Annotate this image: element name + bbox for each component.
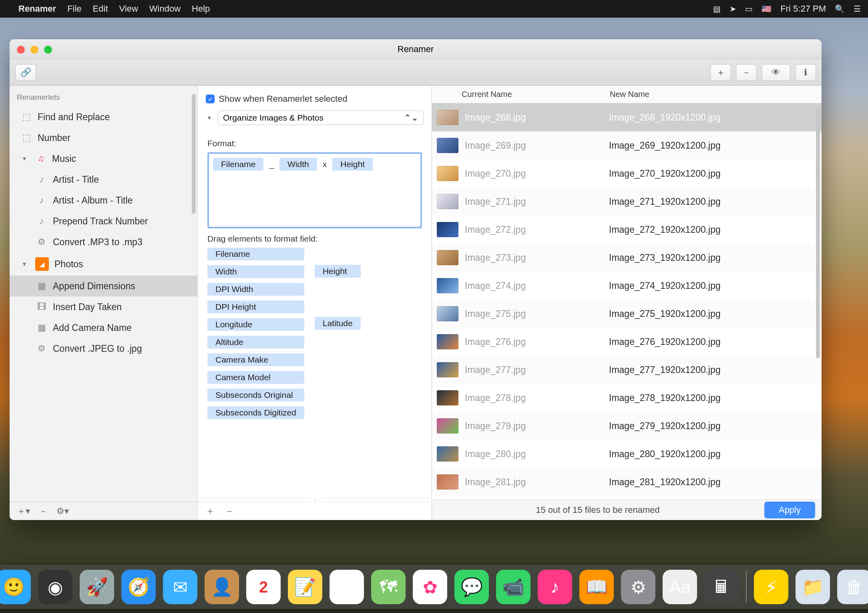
- sidebar-item-artist-title[interactable]: ♪Artist - Title: [10, 169, 197, 190]
- format-token[interactable]: Height: [332, 158, 373, 171]
- dock-trash-icon[interactable]: 🗑: [837, 570, 868, 604]
- file-row[interactable]: Image_280.jpgImage_280_1920x1200.jpg: [432, 440, 822, 468]
- status-flag-icon[interactable]: 🇺🇸: [762, 4, 772, 14]
- spotlight-icon[interactable]: 🔍: [835, 4, 845, 14]
- sidebar-item-append-dimensions[interactable]: ▦Append Dimensions: [10, 276, 197, 296]
- col-current[interactable]: Current Name: [432, 90, 604, 99]
- dock-notes-icon[interactable]: 📝: [288, 570, 322, 604]
- palette-token[interactable]: Subseconds Digitized: [207, 406, 304, 419]
- preset-select[interactable]: Organize Images & Photos ⌃⌄: [218, 111, 424, 125]
- dock-launchpad-icon[interactable]: 🚀: [80, 570, 114, 604]
- window-close-button[interactable]: [17, 46, 25, 54]
- dock-maps-icon[interactable]: 🗺: [371, 570, 406, 604]
- toolbar-link-button[interactable]: 🔗: [15, 64, 36, 81]
- sidebar-item-music[interactable]: ▼♫Music: [10, 148, 197, 169]
- status-displays-icon[interactable]: ▭: [745, 4, 753, 14]
- sidebar-item-insert-day-taken[interactable]: 🎞Insert Day Taken: [10, 296, 197, 317]
- files-scrollbar[interactable]: [816, 110, 820, 358]
- dock-automator-icon[interactable]: ⚡︎: [754, 570, 788, 604]
- format-field[interactable]: Filename _ Width x Height: [207, 152, 422, 228]
- dock-renamer-icon[interactable]: Aa: [663, 570, 697, 604]
- disclosure-icon[interactable]: ▼: [21, 155, 28, 162]
- dock-facetime-icon[interactable]: 📹: [496, 570, 530, 604]
- menu-help[interactable]: Help: [192, 4, 210, 14]
- window-minimize-button[interactable]: [30, 46, 38, 54]
- apply-button[interactable]: Apply: [764, 502, 815, 518]
- sidebar-remove-button[interactable]: －: [39, 505, 48, 517]
- palette-token[interactable]: Filename: [207, 248, 304, 260]
- dock-itunes-icon[interactable]: ♪: [538, 570, 572, 604]
- menubar-clock[interactable]: Fri 5:27 PM: [780, 4, 826, 14]
- dock-preferences-icon[interactable]: ⚙︎: [621, 570, 655, 604]
- palette-token[interactable]: Longitude: [207, 318, 304, 331]
- dock-safari-icon[interactable]: 🧭: [121, 570, 156, 604]
- menu-file[interactable]: File: [67, 4, 81, 14]
- format-token[interactable]: Width: [279, 158, 317, 171]
- menulist-icon[interactable]: ☰: [854, 4, 861, 14]
- dock-mail-icon[interactable]: ✉︎: [163, 570, 197, 604]
- col-new[interactable]: New Name: [604, 90, 822, 99]
- dock-siri-icon[interactable]: ◉: [38, 570, 72, 604]
- disclosure-icon[interactable]: ▼: [21, 261, 28, 267]
- status-share-icon[interactable]: ➤: [729, 4, 736, 14]
- dock-calculator-icon[interactable]: 🖩: [704, 570, 739, 604]
- menubar-app[interactable]: Renamer: [18, 4, 56, 14]
- sidebar-item-photos[interactable]: ▼Photos: [10, 252, 197, 276]
- file-row[interactable]: Image_274.jpgImage_274_1920x1200.jpg: [432, 272, 822, 300]
- sidebar-item-find-and-replace[interactable]: ⬚Find and Replace: [10, 107, 197, 127]
- dock-ibooks-icon[interactable]: 📖: [579, 570, 614, 604]
- file-row[interactable]: Image_268.jpgImage_268_1920x1200.jpg: [432, 103, 822, 131]
- sidebar-item-prepend-track-number[interactable]: ♪Prepend Track Number: [10, 211, 197, 232]
- palette-token[interactable]: DPI Height: [207, 300, 304, 313]
- dock-photos-icon[interactable]: ✿: [413, 570, 447, 604]
- file-row[interactable]: Image_271.jpgImage_271_1920x1200.jpg: [432, 188, 822, 216]
- file-row[interactable]: Image_279.jpgImage_279_1920x1200.jpg: [432, 412, 822, 440]
- dock-messages-icon[interactable]: 💬: [454, 570, 489, 604]
- palette-token[interactable]: Subseconds Original: [207, 389, 304, 401]
- palette-token[interactable]: Height: [315, 265, 361, 278]
- palette-token[interactable]: Width: [207, 265, 304, 278]
- window-zoom-button[interactable]: [44, 46, 52, 54]
- dock-folder-icon[interactable]: 📁: [796, 570, 830, 604]
- editor-remove-button[interactable]: －: [224, 504, 235, 518]
- file-row[interactable]: Image_270.jpgImage_270_1920x1200.jpg: [432, 159, 822, 188]
- palette-token[interactable]: Camera Model: [207, 371, 304, 384]
- sidebar-item-artist-album-title[interactable]: ♪Artist - Album - Title: [10, 190, 197, 211]
- sidebar-scrollbar[interactable]: [192, 94, 196, 214]
- sidebar-add-button[interactable]: ＋▾: [17, 505, 30, 517]
- dock-contacts-icon[interactable]: 👤: [205, 570, 239, 604]
- palette-token[interactable]: DPI Width: [207, 283, 304, 296]
- dock-finder-icon[interactable]: 🙂: [0, 570, 31, 604]
- sidebar-item-convert-jpeg-to-jpg[interactable]: ⚙︎Convert .JPEG to .jpg: [10, 338, 197, 359]
- show-checkbox[interactable]: ✓: [206, 95, 215, 103]
- titlebar[interactable]: Renamer: [10, 39, 822, 59]
- mid-divider[interactable]: ⌄: [198, 494, 432, 502]
- palette-token[interactable]: Latitude: [315, 317, 361, 330]
- palette-token[interactable]: Camera Make: [207, 353, 304, 366]
- palette-token[interactable]: Altitude: [207, 336, 304, 349]
- sidebar-gear-button[interactable]: ⚙︎▾: [56, 506, 69, 516]
- dock-calendar-icon[interactable]: 2: [246, 570, 281, 604]
- sidebar-item-add-camera-name[interactable]: ▦Add Camera Name: [10, 317, 197, 338]
- file-row[interactable]: Image_272.jpgImage_272_1920x1200.jpg: [432, 216, 822, 244]
- toolbar-preview-button[interactable]: 👁: [762, 64, 790, 81]
- editor-add-button[interactable]: ＋: [205, 504, 215, 518]
- sidebar-item-convert-mp3-to-mp3[interactable]: ⚙︎Convert .MP3 to .mp3: [10, 232, 197, 252]
- file-row[interactable]: Image_273.jpgImage_273_1920x1200.jpg: [432, 244, 822, 272]
- sidebar-item-number[interactable]: ⬚Number: [10, 127, 197, 148]
- file-row[interactable]: Image_275.jpgImage_275_1920x1200.jpg: [432, 300, 822, 328]
- file-row[interactable]: Image_269.jpgImage_269_1920x1200.jpg: [432, 131, 822, 159]
- menu-edit[interactable]: Edit: [93, 4, 108, 14]
- format-token[interactable]: Filename: [213, 158, 263, 171]
- toolbar-add-button[interactable]: ＋: [710, 64, 731, 81]
- file-row[interactable]: Image_277.jpgImage_277_1920x1200.jpg: [432, 356, 822, 384]
- menu-view[interactable]: View: [119, 4, 138, 14]
- status-inbox-icon[interactable]: ▤: [713, 4, 721, 14]
- file-row[interactable]: Image_278.jpgImage_278_1920x1200.jpg: [432, 384, 822, 412]
- toolbar-remove-button[interactable]: －: [736, 64, 757, 81]
- file-row[interactable]: Image_281.jpgImage_281_1920x1200.jpg: [432, 468, 822, 496]
- preset-disclosure[interactable]: ▼: [206, 115, 213, 121]
- menu-window[interactable]: Window: [149, 4, 181, 14]
- dock-reminders-icon[interactable]: ☑︎: [330, 570, 364, 604]
- file-row[interactable]: Image_276.jpgImage_276_1920x1200.jpg: [432, 328, 822, 356]
